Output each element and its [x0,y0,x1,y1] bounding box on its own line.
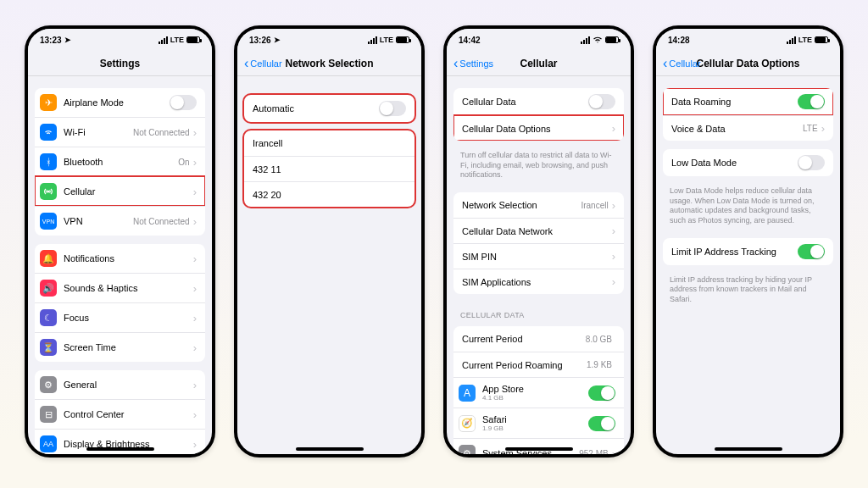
gear-icon: ⚙ [40,376,57,393]
row-bluetooth[interactable]: ᚼBluetoothOn› [35,147,205,176]
home-indicator[interactable] [296,447,364,451]
chevron-right-icon: › [612,447,615,454]
row-data-roaming[interactable]: Data Roaming [663,88,833,115]
wifi-icon [40,124,57,141]
speaker-icon: 🔊 [40,280,57,297]
chevron-right-icon: › [193,438,197,451]
row-network-selection[interactable]: Network SelectionIrancell› [453,192,624,218]
chevron-right-icon: › [612,199,615,212]
row-current-period[interactable]: Current Period8.0 GB [453,326,624,352]
sliders-icon: ⊟ [40,406,57,423]
row-notifications[interactable]: 🔔Notifications› [35,244,205,273]
time-label: 14:42 [459,36,481,45]
safari-icon: 🧭 [459,415,476,432]
status-bar: 14:42 [447,29,631,51]
row-sim-pin[interactable]: SIM PIN› [453,243,624,269]
back-button[interactable]: ‹Cellular [244,57,282,70]
wifi-status-icon [593,36,603,44]
row-cellular-data[interactable]: Cellular Data [453,88,624,115]
airplane-toggle[interactable] [170,95,197,110]
settings-content: ✈Airplane Mode Wi-FiNot Connected› ᚼBlue… [28,76,212,454]
low-data-mode-toggle[interactable] [798,155,825,170]
limit-ip-toggle[interactable] [798,244,825,259]
time-label: 13:23 [40,36,62,45]
row-low-data-mode[interactable]: Low Data Mode [663,149,833,176]
battery-icon [605,36,619,43]
row-cellular-data-options[interactable]: Cellular Data Options› [453,115,624,141]
row-current-period-roaming[interactable]: Current Period Roaming1.9 KB [453,352,624,377]
chevron-right-icon: › [612,250,615,263]
cellular-icon [40,183,57,200]
chevron-right-icon: › [612,275,615,288]
phone-cellular: 14:42 ‹Settings Cellular Cellular Data C… [443,25,634,458]
row-carrier[interactable]: 432 11 [244,156,415,181]
moon-icon: ☾ [40,309,57,326]
nav-bar: ‹Cellular Network Selection [237,51,421,76]
row-general[interactable]: ⚙General› [35,370,205,399]
location-icon: ➤ [64,36,71,44]
battery-icon [815,36,828,43]
network-mode: LTE [170,36,184,44]
row-control-center[interactable]: ⊟Control Center› [35,399,205,429]
row-cellular-data-network[interactable]: Cellular Data Network› [453,218,624,243]
status-bar: 13:23➤ LTE [28,29,212,51]
status-bar: 13:26➤ LTE [237,29,421,51]
chevron-right-icon: › [193,186,197,198]
location-icon: ➤ [274,36,281,44]
svg-point-0 [47,191,49,192]
chevron-right-icon: › [193,215,197,228]
roaming-toggle[interactable] [798,94,825,109]
signal-icon [159,36,168,44]
row-app-appstore[interactable]: AApp Store4.1 GB [453,377,624,408]
phone-network-selection: 13:26➤ LTE ‹Cellular Network Selection A… [234,25,425,458]
row-wifi[interactable]: Wi-FiNot Connected› [35,117,205,147]
cellular-data-toggle[interactable] [588,94,615,109]
row-carrier[interactable]: 432 20 [244,181,415,207]
row-voice-data[interactable]: Voice & DataLTE› [663,115,833,141]
chevron-left-icon: ‹ [453,57,458,70]
battery-icon [186,36,200,43]
row-screentime[interactable]: ⏳Screen Time› [35,332,205,362]
safari-toggle[interactable] [588,416,615,431]
chevron-right-icon: › [612,122,615,135]
chevron-right-icon: › [193,156,197,169]
hourglass-icon: ⏳ [40,339,57,356]
vpn-icon: VPN [40,213,57,230]
row-sim-applications[interactable]: SIM Applications› [453,269,624,294]
section-header: CELLULAR DATA [447,302,631,321]
appstore-toggle[interactable] [588,385,615,401]
row-limit-ip-tracking[interactable]: Limit IP Address Tracking [663,238,833,265]
row-focus[interactable]: ☾Focus› [35,302,205,332]
gear-icon: ⚙ [459,445,476,454]
row-system-services[interactable]: ⚙System Services952 MB› [453,438,624,454]
nav-title: Cellular [520,58,557,69]
time-label: 13:26 [249,36,271,45]
row-airplane[interactable]: ✈Airplane Mode [35,88,205,117]
airplane-icon: ✈ [40,94,57,111]
row-app-safari[interactable]: 🧭Safari1.9 GB [453,408,624,438]
row-sounds[interactable]: 🔊Sounds & Haptics› [35,273,205,302]
status-bar: 14:28 LTE [656,29,840,51]
row-automatic[interactable]: Automatic [244,95,415,122]
back-button[interactable]: ‹Cellular [663,57,701,70]
row-carrier[interactable]: Irancell [244,130,415,156]
home-indicator[interactable] [86,447,154,451]
row-cellular[interactable]: Cellular› [35,176,205,206]
appstore-icon: A [459,385,476,402]
low-data-footer: Low Data Mode helps reduce cellular data… [656,185,840,233]
cdo-content: Data Roaming Voice & DataLTE› Low Data M… [656,76,840,454]
battery-icon [396,36,409,43]
home-indicator[interactable] [505,447,573,451]
chevron-right-icon: › [193,379,197,391]
back-button[interactable]: ‹Settings [453,57,493,70]
chevron-right-icon: › [193,408,197,421]
signal-icon [368,36,377,44]
cellular-content: Cellular Data Cellular Data Options› Tur… [447,76,631,454]
chevron-right-icon: › [193,282,197,295]
automatic-toggle[interactable] [379,101,406,116]
row-vpn[interactable]: VPNVPNNot Connected› [35,206,205,236]
chevron-right-icon: › [193,252,197,265]
chevron-right-icon: › [193,312,197,324]
home-indicator[interactable] [715,447,782,451]
limit-ip-footer: Limit IP address tracking by hiding your… [656,274,840,312]
